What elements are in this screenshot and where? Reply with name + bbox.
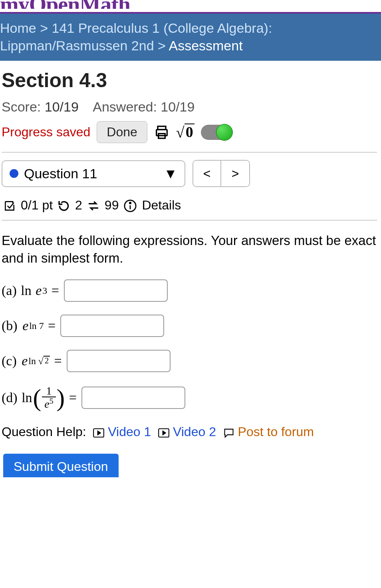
part-b-label: (b) eln 7 = [2, 318, 56, 333]
question-prompt: Evaluate the following expressions. Your… [2, 232, 377, 267]
part-d-input[interactable] [81, 387, 185, 409]
progress-saved-text: Progress saved [2, 125, 90, 140]
part-a-input[interactable] [64, 279, 168, 302]
equation-toggle[interactable] [201, 125, 232, 140]
video2-link[interactable]: Video 2 [173, 425, 216, 439]
site-logo: myOpenMath [0, 0, 381, 9]
post-forum-link[interactable]: Post to forum [238, 425, 314, 439]
part-c-label: (c) eln √2 = [2, 353, 62, 369]
chat-icon [223, 425, 238, 439]
part-a-label: (a) ln e3 = [2, 283, 59, 298]
score-value: 10/19 [45, 99, 79, 114]
retry-icon [58, 198, 70, 213]
math-badge: √0 [176, 124, 194, 141]
part-b-input[interactable] [60, 315, 164, 337]
details-link[interactable]: Details [142, 198, 181, 213]
breadcrumb-current: Assessment [169, 38, 242, 53]
retries-value: 99 [105, 198, 119, 213]
video1-link[interactable]: Video 1 [108, 425, 151, 439]
breadcrumb-sep: > [40, 20, 48, 36]
checkbox-icon [3, 198, 16, 213]
chevron-down-icon: ▼ [164, 166, 177, 181]
question-select[interactable]: Question 11 ▼ [2, 160, 185, 187]
status-dot-icon [10, 169, 18, 178]
submit-question-button[interactable]: Submit Question [3, 454, 119, 477]
page-title: Section 4.3 [2, 69, 377, 92]
prev-question-button[interactable]: < [193, 161, 221, 186]
next-question-button[interactable]: > [221, 161, 249, 186]
breadcrumb-sep: > [158, 38, 166, 53]
answered-label: Answered: [93, 99, 157, 114]
print-icon[interactable] [154, 124, 170, 140]
part-d-label: (d) ln(1e5) = [2, 385, 77, 410]
breadcrumb-home[interactable]: Home [0, 20, 36, 36]
done-button[interactable]: Done [97, 121, 147, 143]
points-value: 0/1 pt [21, 198, 53, 213]
help-label: Question Help: [2, 425, 86, 439]
video-icon [93, 425, 108, 439]
part-c-input[interactable] [67, 350, 171, 372]
part-d-row: (d) ln(1e5) = [2, 385, 377, 410]
attempts-value: 2 [75, 198, 82, 213]
divider [2, 152, 377, 153]
info-icon [123, 197, 137, 213]
question-select-label: Question 11 [24, 166, 97, 181]
video-icon [158, 425, 173, 439]
score-label: Score: [2, 99, 41, 114]
svg-point-4 [130, 202, 131, 203]
breadcrumb: Home > 141 Precalculus 1 (College Algebr… [0, 14, 381, 61]
part-c-row: (c) eln √2 = [2, 350, 377, 372]
answered-value: 10/19 [161, 99, 194, 114]
part-a-row: (a) ln e3 = [2, 279, 377, 302]
part-b-row: (b) eln 7 = [2, 315, 377, 337]
regen-icon [87, 198, 100, 213]
